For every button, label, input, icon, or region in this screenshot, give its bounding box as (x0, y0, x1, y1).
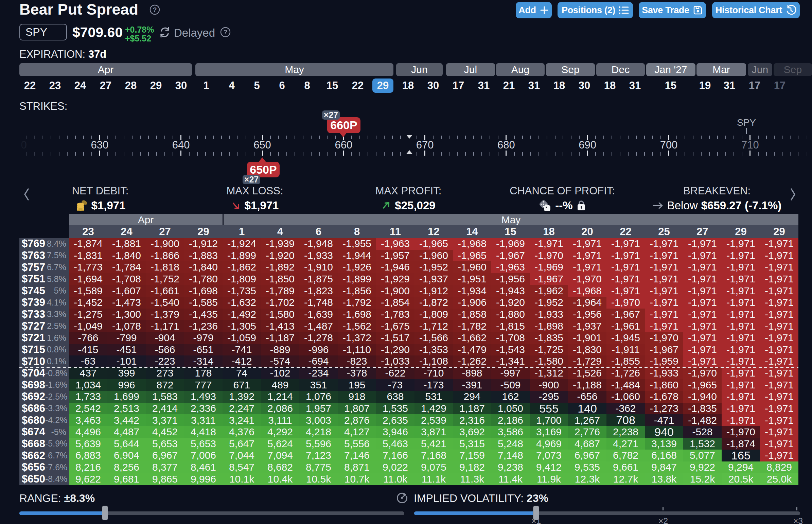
svg-text:?: ? (153, 6, 157, 13)
svg-text:?: ? (223, 29, 228, 36)
